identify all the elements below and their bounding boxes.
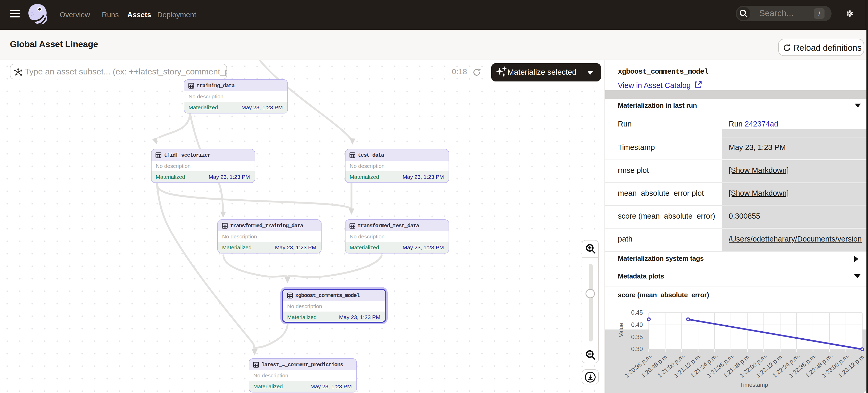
svg-text:0.45: 0.45 <box>631 309 643 316</box>
svg-text:0.30: 0.30 <box>631 346 643 352</box>
svg-text:0.40: 0.40 <box>631 321 643 328</box>
svg-text:Timestamp: Timestamp <box>740 382 768 388</box>
svg-text:Value: Value <box>618 323 624 337</box>
svg-text:0.35: 0.35 <box>631 334 643 340</box>
